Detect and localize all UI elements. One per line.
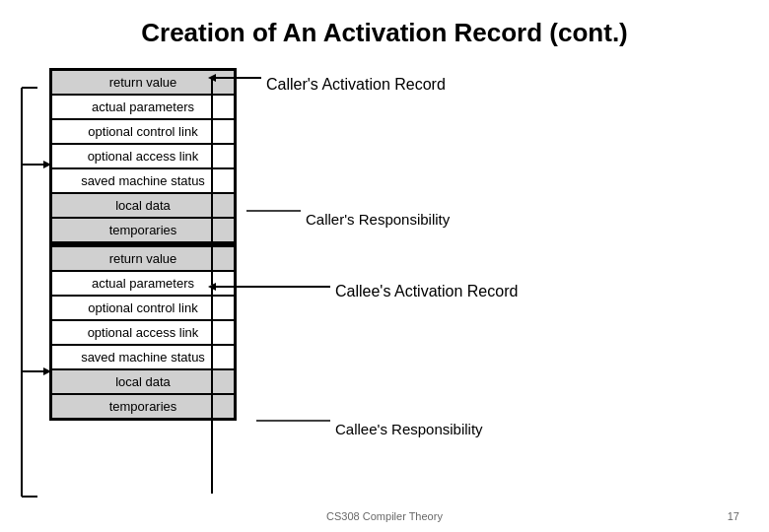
callee-row-access-link: optional access link — [51, 320, 235, 345]
caller-row-control-link: optional control link — [51, 119, 235, 144]
callee-row-machine-status: saved machine status — [51, 345, 235, 369]
caller-row-actual-params: actual parameters — [51, 95, 235, 119]
callee-row-temporaries: temporaries — [51, 394, 235, 419]
callee-record-label: Callee's Activation Record — [335, 283, 518, 300]
callee-row-return-value: return value — [51, 246, 235, 271]
footer-page-number: 17 — [728, 510, 739, 522]
callee-responsibility-label: Callee's Responsibility — [335, 421, 483, 437]
caller-row-local-data: local data — [51, 193, 235, 218]
callee-activation-table: return value actual parameters optional … — [49, 244, 237, 421]
caller-responsibility-label: Caller's Responsibility — [306, 211, 450, 228]
callee-row-local-data: local data — [51, 369, 235, 394]
caller-row-return-value: return value — [51, 70, 235, 95]
caller-activation-table: return value actual parameters optional … — [49, 68, 237, 244]
callee-row-actual-params: actual parameters — [51, 271, 235, 296]
caller-record-label: Caller's Activation Record — [266, 76, 446, 94]
callee-row-control-link: optional control link — [51, 296, 235, 320]
footer-text: CS308 Compiler Theory — [326, 510, 443, 522]
page-title: Creation of An Activation Record (cont.) — [0, 0, 769, 58]
caller-row-access-link: optional access link — [51, 144, 235, 168]
footer: CS308 Compiler Theory 17 — [0, 510, 769, 522]
caller-row-temporaries: temporaries — [51, 218, 235, 242]
caller-row-machine-status: saved machine status — [51, 168, 235, 193]
